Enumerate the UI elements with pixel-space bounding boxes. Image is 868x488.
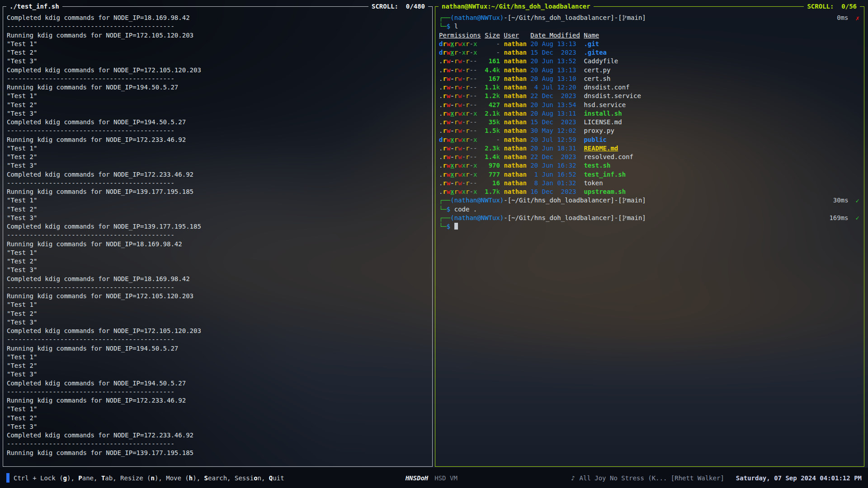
right-pane-output[interactable]: ┌──(nathan@NWTux)-[~/Git/hns_doh_loadbal… <box>435 6 864 466</box>
terminal-output-line: "Test 1" <box>7 300 432 309</box>
git-branch-icon <box>623 197 627 206</box>
terminal-output-line: ----------------------------------------… <box>7 231 432 239</box>
terminal-output-line: "Test 3" <box>7 422 432 431</box>
session-info: HNSDoH HSD VM <box>406 474 458 482</box>
music-icon: ♪ <box>571 474 575 482</box>
terminal-output-line: ----------------------------------------… <box>7 179 432 188</box>
shell-prompt-line: ┌──(nathan@NWTux)-[~/Git/hns_doh_loadbal… <box>439 14 864 22</box>
success-check-icon: ✓ <box>856 214 859 221</box>
datetime-label: Saturday, 07 Sep 2024 04:01:12 PM <box>736 474 862 482</box>
left-pane-output[interactable]: Completed kdig commands for NODE_IP=18.1… <box>3 6 432 466</box>
terminal-output-line: Completed kdig commands for NODE_IP=18.1… <box>7 14 432 22</box>
command-status-chip: 30ms✓ <box>833 196 859 205</box>
command-status-chip: 0ms✗ <box>837 14 859 22</box>
terminal-output-line: ----------------------------------------… <box>7 388 432 396</box>
listing-row: drwxrwxr-x - nathan 20 Jul 12:59 public <box>439 136 864 144</box>
desktop: ./test_inf.sh SCROLL: 0/480 Completed kd… <box>0 0 868 488</box>
listing-row: .rw-rw-r-- 161 nathan 20 Jun 13:52 Caddy… <box>439 57 864 66</box>
right-terminal-pane[interactable]: nathan@NWTux:~/Git/hns_doh_loadbalancer … <box>435 6 864 467</box>
terminal-output-line: ----------------------------------------… <box>7 22 432 31</box>
terminal-output-line: Completed kdig commands for NODE_IP=18.1… <box>7 275 432 283</box>
terminal-output-line: "Test 2" <box>7 414 432 422</box>
git-branch-icon <box>623 14 627 23</box>
shell-prompt-line: ┌──(nathan@NWTux)-[~/Git/hns_doh_loadbal… <box>439 214 864 222</box>
status-bar: Ctrl + Lock (g), Pane, Tab, Resize (n), … <box>0 468 868 488</box>
terminal-output-line: Running kdig commands for NODE_IP=139.17… <box>7 188 432 196</box>
terminal-output-line: "Test 2" <box>7 257 432 266</box>
status-bar-right: ♪ All Joy No Stress (K... [Rhett Walker]… <box>571 474 862 482</box>
mode-indicator-bar <box>6 473 9 483</box>
listing-row: .rw-rw-r-- 2.3k nathan 20 Jun 18:31 READ… <box>439 144 864 153</box>
terminal-output-line: "Test 2" <box>7 48 432 57</box>
terminal-output-line: "Test 2" <box>7 361 432 370</box>
terminal-cursor <box>454 223 458 230</box>
terminal-output-line: Running kdig commands for NODE_IP=172.23… <box>7 136 432 144</box>
terminal-output-line: Completed kdig commands for NODE_IP=172.… <box>7 431 432 440</box>
terminal-output-line: Running kdig commands for NODE_IP=172.10… <box>7 292 432 300</box>
listing-row: .rw-rw-r-- 1.4k nathan 22 Dec 2023 resol… <box>439 153 864 161</box>
terminal-output-line: "Test 2" <box>7 101 432 109</box>
terminal-output-line: "Test 2" <box>7 153 432 161</box>
shell-prompt-line: ┌──(nathan@NWTux)-[~/Git/hns_doh_loadbal… <box>439 196 864 205</box>
terminal-output-line: Completed kdig commands for NODE_IP=194.… <box>7 379 432 388</box>
listing-row: .rw-rw-r-- 16 nathan 8 Jan 01:32 token <box>439 179 864 188</box>
terminal-output-line: "Test 1" <box>7 249 432 257</box>
listing-row: .rw-rw-r-- 35k nathan 15 Dec 2023 LICENS… <box>439 118 864 127</box>
left-terminal-pane[interactable]: ./test_inf.sh SCROLL: 0/480 Completed kd… <box>3 6 433 467</box>
listing-row: drwxr-xr-x - nathan 15 Dec 2023 .gitea <box>439 48 864 57</box>
listing-row: .rwxrwxr-x 2.1k nathan 20 Aug 13:11 inst… <box>439 109 864 118</box>
terminal-output-line: Running kdig commands for NODE_IP=172.23… <box>7 396 432 405</box>
shell-command-line: └─$ l <box>439 22 864 31</box>
listing-row: .rwxrwxr-x 1.7k nathan 16 Dec 2023 upstr… <box>439 188 864 196</box>
terminal-output-line: "Test 1" <box>7 196 432 205</box>
listing-row: drwxrwxr-x - nathan 20 Aug 13:13 .git <box>439 40 864 48</box>
session-name: HNSDoH <box>406 474 429 482</box>
terminal-output-line: "Test 3" <box>7 266 432 274</box>
terminal-output-line: Running kdig commands for NODE_IP=139.17… <box>7 449 432 457</box>
terminal-output-line: "Test 1" <box>7 92 432 100</box>
terminal-output-line: Completed kdig commands for NODE_IP=172.… <box>7 170 432 179</box>
now-playing-label: All Joy No Stress (K... [Rhett Walker] <box>580 474 724 482</box>
terminal-output-line: ----------------------------------------… <box>7 127 432 135</box>
terminal-output-line: "Test 2" <box>7 310 432 318</box>
terminal-output-line: "Test 3" <box>7 318 432 327</box>
listing-row: .rw-rw-r-- 1.5k nathan 30 May 12:02 prox… <box>439 127 864 135</box>
terminal-output-line: "Test 3" <box>7 57 432 66</box>
terminal-output-line: "Test 1" <box>7 40 432 48</box>
terminal-output-line: ----------------------------------------… <box>7 75 432 83</box>
listing-row: .rwxrwxr-x 777 nathan 1 Jun 16:52 test_i… <box>439 170 864 179</box>
listing-row: .rw-rw-r-- 167 nathan 20 Aug 13:10 cert.… <box>439 75 864 83</box>
listing-row: .rw-rw-r-- 1.1k nathan 4 Jul 12:20 dnsdi… <box>439 83 864 92</box>
terminal-output-line: "Test 3" <box>7 370 432 379</box>
listing-row: .rw-rw-r-- 4.4k nathan 20 Aug 13:13 cert… <box>439 66 864 75</box>
terminal-output-line: Running kdig commands for NODE_IP=18.169… <box>7 240 432 249</box>
terminal-output-line: Completed kdig commands for NODE_IP=139.… <box>7 222 432 231</box>
terminal-output-line: Running kdig commands for NODE_IP=172.10… <box>7 31 432 40</box>
tab-name: HSD VM <box>434 474 458 482</box>
terminal-output-line: Completed kdig commands for NODE_IP=194.… <box>7 118 432 127</box>
terminal-output-line: Running kdig commands for NODE_IP=194.50… <box>7 83 432 92</box>
terminal-output-line: "Test 2" <box>7 205 432 214</box>
success-check-icon: ✓ <box>856 197 859 204</box>
terminal-output-line: "Test 3" <box>7 214 432 222</box>
command-status-chip: 169ms✓ <box>829 214 859 222</box>
terminal-output-line: "Test 1" <box>7 405 432 413</box>
terminal-output-line: "Test 3" <box>7 109 432 118</box>
listing-row: .rwxrwxr-x 970 nathan 20 Jun 16:32 test.… <box>439 161 864 170</box>
error-cross-icon: ✗ <box>856 14 859 22</box>
listing-header: Permissions Size User Date Modified Name <box>439 31 864 40</box>
terminal-output-line: ----------------------------------------… <box>7 335 432 344</box>
terminal-output-line: ----------------------------------------… <box>7 440 432 448</box>
git-branch-icon <box>623 215 627 223</box>
terminal-output-line: "Test 3" <box>7 161 432 170</box>
terminal-output-line: Completed kdig commands for NODE_IP=172.… <box>7 66 432 75</box>
terminal-output-line: Running kdig commands for NODE_IP=194.50… <box>7 344 432 353</box>
listing-row: .rw-rw-r-- 427 nathan 20 Jun 13:54 hsd.s… <box>439 101 864 109</box>
listing-row: .rw-rw-r-- 1.2k nathan 22 Dec 2023 dnsdi… <box>439 92 864 100</box>
terminal-output-line: "Test 1" <box>7 144 432 153</box>
shell-command-line: └─$ <box>439 222 864 231</box>
terminal-output-line: "Test 1" <box>7 353 432 361</box>
keybind-hints: Ctrl + Lock (g), Pane, Tab, Resize (n), … <box>14 474 284 482</box>
terminal-output-line: Completed kdig commands for NODE_IP=172.… <box>7 327 432 335</box>
shell-command-line: └─$ code . <box>439 205 864 214</box>
